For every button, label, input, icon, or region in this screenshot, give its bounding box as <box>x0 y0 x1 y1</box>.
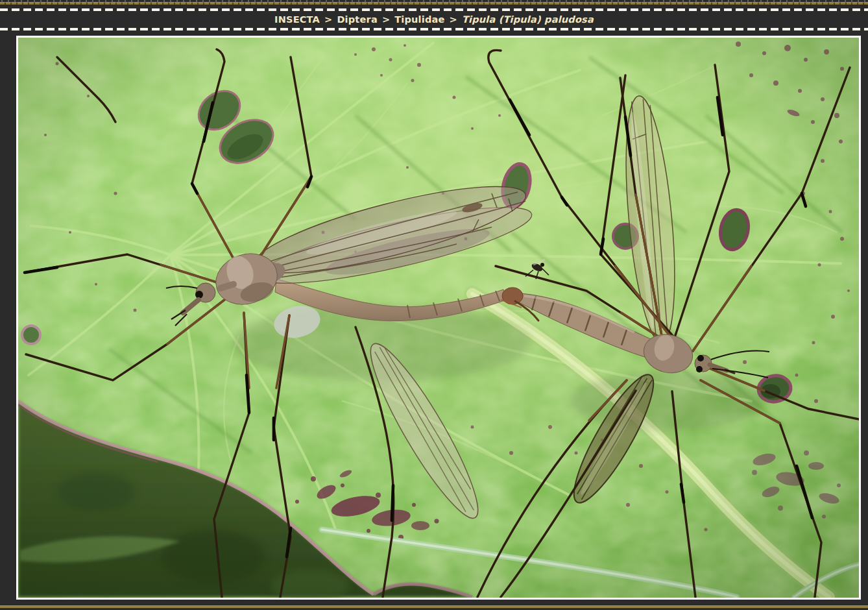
top-gold-rule <box>0 2 868 5</box>
breadcrumb: INSECTA > Diptera > Tipulidae > Tipula (… <box>0 12 868 27</box>
specimen-photo <box>18 38 859 598</box>
dashed-rule-top <box>0 8 868 11</box>
breadcrumb-item-tipulidae[interactable]: Tipulidae <box>394 14 444 25</box>
photo-frame <box>16 36 861 600</box>
dashed-rule-bottom <box>0 28 868 30</box>
breadcrumb-item-insecta[interactable]: INSECTA <box>274 14 320 25</box>
bottom-gold-rule <box>0 605 868 608</box>
breadcrumb-separator: > <box>324 14 332 25</box>
breadcrumb-separator: > <box>450 14 457 25</box>
breadcrumb-separator: > <box>382 14 390 25</box>
breadcrumb-item-diptera[interactable]: Diptera <box>337 14 378 25</box>
vignette <box>18 38 859 598</box>
breadcrumb-item-species[interactable]: Tipula (Tipula) paludosa <box>462 14 594 25</box>
